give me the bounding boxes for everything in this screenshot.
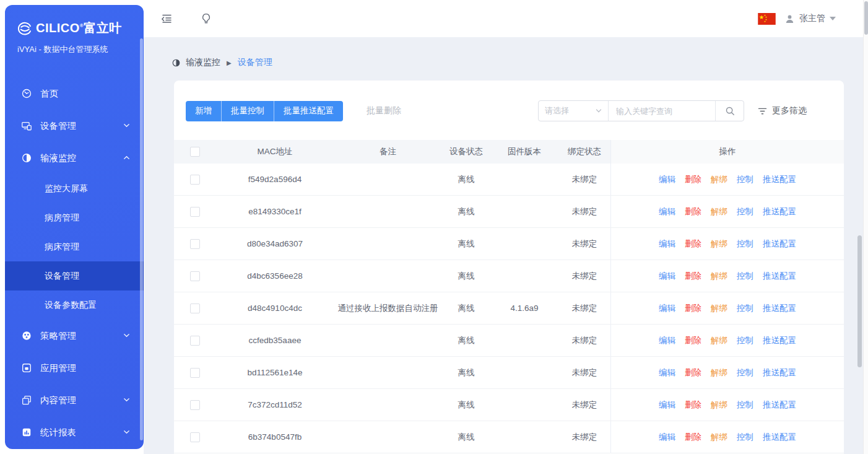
action-control-link[interactable]: 控制 bbox=[737, 174, 753, 185]
row-checkbox[interactable] bbox=[190, 303, 200, 313]
action-push-config-link[interactable]: 推送配置 bbox=[763, 206, 796, 217]
action-unbind-link[interactable]: 解绑 bbox=[711, 271, 727, 282]
action-push-config-link[interactable]: 推送配置 bbox=[763, 367, 796, 378]
content-scrollbar-thumb[interactable] bbox=[857, 235, 862, 367]
sidebar-item-infusion-monitoring[interactable]: 输液监控 bbox=[5, 142, 144, 174]
cell-mac: d4bc6356ee28 bbox=[216, 260, 334, 292]
action-delete-link[interactable]: 删除 bbox=[685, 238, 701, 250]
search-button[interactable] bbox=[715, 101, 744, 121]
cell-firmware bbox=[490, 325, 558, 356]
action-unbind-link[interactable]: 解绑 bbox=[711, 238, 727, 250]
devices-icon bbox=[21, 120, 32, 131]
action-push-config-link[interactable]: 推送配置 bbox=[763, 335, 796, 346]
action-edit-link[interactable]: 编辑 bbox=[659, 303, 675, 314]
filter-field-select[interactable]: 请选择 bbox=[539, 101, 609, 121]
action-edit-link[interactable]: 编辑 bbox=[659, 335, 675, 346]
apps-icon bbox=[21, 362, 32, 373]
cell-status: 离线 bbox=[442, 325, 490, 356]
action-delete-link[interactable]: 删除 bbox=[685, 367, 701, 378]
action-delete-link[interactable]: 删除 bbox=[685, 335, 701, 346]
action-push-config-link[interactable]: 推送配置 bbox=[763, 271, 796, 282]
action-unbind-link[interactable]: 解绑 bbox=[711, 174, 727, 185]
sidebar-item-statistics-report[interactable]: 统计报表 bbox=[5, 416, 144, 448]
action-edit-link[interactable]: 编辑 bbox=[659, 238, 675, 250]
action-control-link[interactable]: 控制 bbox=[737, 206, 753, 217]
action-edit-link[interactable]: 编辑 bbox=[659, 399, 675, 411]
action-unbind-link[interactable]: 解绑 bbox=[711, 367, 727, 378]
row-checkbox[interactable] bbox=[190, 175, 200, 185]
cell-mac: d48c4910c4dc bbox=[216, 292, 334, 324]
action-unbind-link[interactable]: 解绑 bbox=[711, 399, 727, 411]
select-placeholder: 请选择 bbox=[545, 105, 569, 116]
action-control-link[interactable]: 控制 bbox=[737, 367, 753, 378]
action-edit-link[interactable]: 编辑 bbox=[659, 174, 675, 185]
action-push-config-link[interactable]: 推送配置 bbox=[763, 303, 796, 314]
batch-delete-button[interactable]: 批量删除 bbox=[367, 105, 401, 116]
row-checkbox[interactable] bbox=[190, 271, 200, 281]
row-checkbox[interactable] bbox=[190, 239, 200, 249]
language-flag-china[interactable]: ★ ★ ★ ★ ★ bbox=[758, 13, 776, 25]
action-control-link[interactable]: 控制 bbox=[737, 303, 753, 314]
sidebar-item-app-management[interactable]: 应用管理 bbox=[5, 352, 144, 384]
cell-bind: 未绑定 bbox=[558, 228, 610, 260]
table-row: 6b374b0547fb离线未绑定编辑删除解绑控制推送配置 bbox=[174, 421, 844, 453]
action-delete-link[interactable]: 删除 bbox=[685, 303, 701, 314]
batch-control-button[interactable]: 批量控制 bbox=[221, 101, 274, 121]
row-checkbox[interactable] bbox=[190, 336, 200, 346]
action-unbind-link[interactable]: 解绑 bbox=[711, 206, 727, 217]
action-unbind-link[interactable]: 解绑 bbox=[711, 335, 727, 346]
batch-push-config-button[interactable]: 批量推送配置 bbox=[274, 101, 343, 121]
cell-bind: 未绑定 bbox=[558, 357, 610, 388]
action-unbind-link[interactable]: 解绑 bbox=[711, 432, 727, 443]
action-delete-link[interactable]: 删除 bbox=[685, 432, 701, 443]
sidebar-subitem-bed-management[interactable]: 病床管理 bbox=[5, 232, 144, 261]
action-control-link[interactable]: 控制 bbox=[737, 271, 753, 282]
action-delete-link[interactable]: 删除 bbox=[685, 206, 701, 217]
keyword-search-input[interactable] bbox=[609, 101, 715, 121]
action-edit-link[interactable]: 编辑 bbox=[659, 367, 675, 378]
action-push-config-link[interactable]: 推送配置 bbox=[763, 238, 796, 250]
cell-actions: 编辑删除解绑控制推送配置 bbox=[610, 421, 844, 453]
page-scrollbar-thumb[interactable] bbox=[864, 1, 868, 35]
sidebar-subitem-device-param-config[interactable]: 设备参数配置 bbox=[5, 290, 144, 320]
add-button[interactable]: 新增 bbox=[186, 101, 221, 121]
breadcrumb-current[interactable]: 设备管理 bbox=[238, 57, 272, 68]
sidebar-subitem-ward-management[interactable]: 病房管理 bbox=[5, 203, 144, 232]
action-edit-link[interactable]: 编辑 bbox=[659, 206, 675, 217]
action-edit-link[interactable]: 编辑 bbox=[659, 432, 675, 443]
action-control-link[interactable]: 控制 bbox=[737, 238, 753, 250]
row-checkbox[interactable] bbox=[190, 432, 200, 442]
chevron-down-icon bbox=[123, 395, 130, 405]
collapse-sidebar-icon[interactable] bbox=[160, 12, 173, 25]
action-control-link[interactable]: 控制 bbox=[737, 335, 753, 346]
row-checkbox[interactable] bbox=[190, 207, 200, 217]
action-edit-link[interactable]: 编辑 bbox=[659, 271, 675, 282]
search-icon bbox=[725, 106, 735, 116]
more-filter-button[interactable]: 更多筛选 bbox=[758, 105, 807, 116]
select-all-checkbox[interactable] bbox=[190, 147, 200, 157]
action-push-config-link[interactable]: 推送配置 bbox=[763, 399, 796, 411]
report-icon bbox=[21, 427, 32, 438]
action-control-link[interactable]: 控制 bbox=[737, 399, 753, 411]
action-push-config-link[interactable]: 推送配置 bbox=[763, 432, 796, 443]
action-control-link[interactable]: 控制 bbox=[737, 432, 753, 443]
page-scrollbar-track[interactable] bbox=[863, 0, 868, 454]
breadcrumb-section[interactable]: 输液监控 bbox=[186, 57, 220, 68]
sidebar-item-device-management[interactable]: 设备管理 bbox=[5, 110, 144, 142]
sidebar-item-home[interactable]: 首页 bbox=[5, 77, 144, 110]
sidebar-subitem-monitor-screen[interactable]: 监控大屏幕 bbox=[5, 174, 144, 203]
cell-mac: f549d2a596d4 bbox=[216, 164, 334, 195]
action-delete-link[interactable]: 删除 bbox=[685, 174, 701, 185]
action-push-config-link[interactable]: 推送配置 bbox=[763, 174, 796, 185]
lightbulb-icon[interactable] bbox=[199, 12, 213, 25]
sidebar-scrollbar-thumb[interactable] bbox=[140, 38, 143, 440]
action-unbind-link[interactable]: 解绑 bbox=[711, 303, 727, 314]
sidebar-item-content-management[interactable]: 内容管理 bbox=[5, 384, 144, 416]
user-menu[interactable]: 张主管 bbox=[784, 13, 836, 24]
action-delete-link[interactable]: 删除 bbox=[685, 399, 701, 411]
sidebar-item-strategy-management[interactable]: 策略管理 bbox=[5, 320, 144, 352]
sidebar-subitem-device-management-sub[interactable]: 设备管理 bbox=[5, 261, 144, 290]
action-delete-link[interactable]: 删除 bbox=[685, 271, 701, 282]
row-checkbox[interactable] bbox=[190, 368, 200, 378]
row-checkbox[interactable] bbox=[190, 400, 200, 410]
